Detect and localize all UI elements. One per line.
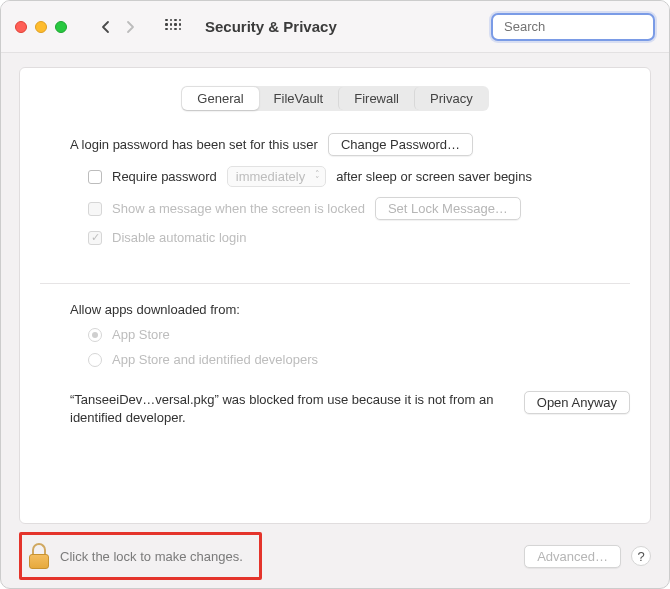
disable-auto-login-checkbox [88,231,102,245]
section-divider [40,283,630,284]
tab-privacy[interactable]: Privacy [414,87,488,110]
nav-buttons [95,15,141,39]
search-input[interactable] [504,19,670,34]
segmented-control: General FileVault Firewall Privacy [181,86,488,111]
require-password-delay-value: immediately [236,169,305,184]
require-password-row: Require password immediately ˄˅ after sl… [88,166,630,187]
tab-general[interactable]: General [182,87,258,110]
lock-icon[interactable] [28,543,50,569]
lock-hint-label: Click the lock to make changes. [60,549,243,564]
tab-bar: General FileVault Firewall Privacy [40,86,630,111]
titlebar: Security & Privacy [1,1,669,53]
traffic-lights [15,21,67,33]
show-all-icon[interactable] [165,19,181,35]
search-field[interactable] [491,13,655,41]
help-button[interactable]: ? [631,546,651,566]
allow-appstore-radio [88,328,102,342]
allow-identified-label: App Store and identified developers [112,352,318,367]
require-password-delay-select[interactable]: immediately ˄˅ [227,166,326,187]
window-title: Security & Privacy [205,18,337,35]
advanced-button[interactable]: Advanced… [524,545,621,568]
show-message-row: Show a message when the screen is locked… [88,197,630,220]
allow-identified-radio [88,353,102,367]
show-message-label: Show a message when the screen is locked [112,201,365,216]
require-password-after-label: after sleep or screen saver begins [336,169,532,184]
require-password-checkbox[interactable] [88,170,102,184]
content-area: General FileVault Firewall Privacy A log… [1,53,669,524]
show-message-checkbox [88,202,102,216]
allow-identified-row: App Store and identified developers [88,352,630,367]
chevron-updown-icon: ˄˅ [315,170,320,183]
lock-group-highlight: Click the lock to make changes. [19,532,262,580]
allow-appstore-row: App Store [88,327,630,342]
tab-firewall[interactable]: Firewall [338,87,414,110]
disable-auto-login-row: Disable automatic login [88,230,630,245]
login-password-row: A login password has been set for this u… [70,133,630,156]
set-lock-message-button: Set Lock Message… [375,197,521,220]
allow-appstore-label: App Store [112,327,170,342]
zoom-window-button[interactable] [55,21,67,33]
footer-bar: Click the lock to make changes. Advanced… [1,524,669,588]
forward-button[interactable] [119,15,141,39]
blocked-app-message: “TanseeiDev…versal.pkg” was blocked from… [70,391,512,427]
tab-filevault[interactable]: FileVault [259,87,339,110]
change-password-button[interactable]: Change Password… [328,133,473,156]
require-password-label: Require password [112,169,217,184]
disable-auto-login-label: Disable automatic login [112,230,246,245]
login-password-label: A login password has been set for this u… [70,137,318,152]
blocked-app-row: “TanseeiDev…versal.pkg” was blocked from… [70,391,630,427]
close-window-button[interactable] [15,21,27,33]
minimize-window-button[interactable] [35,21,47,33]
allow-apps-label: Allow apps downloaded from: [70,302,630,317]
open-anyway-button[interactable]: Open Anyway [524,391,630,414]
settings-panel: General FileVault Firewall Privacy A log… [19,67,651,524]
back-button[interactable] [95,15,117,39]
footer-right: Advanced… ? [524,545,651,568]
preferences-window: Security & Privacy General FileVault Fir… [0,0,670,589]
